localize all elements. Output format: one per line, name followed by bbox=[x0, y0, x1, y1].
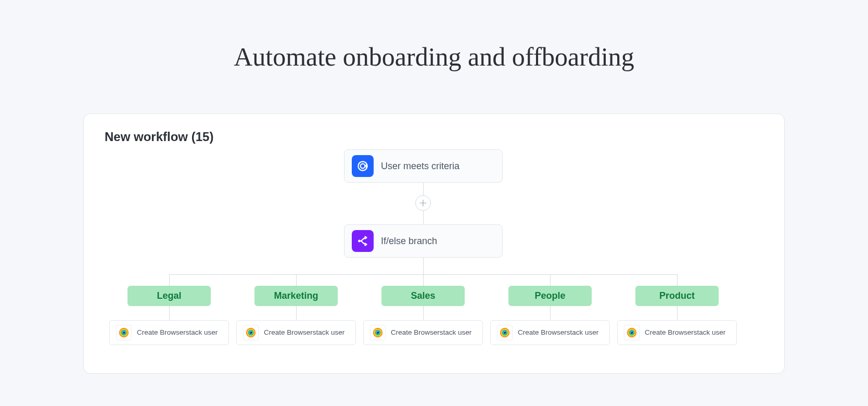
action-label: Create Browserstack user bbox=[264, 328, 344, 337]
connector bbox=[169, 306, 170, 320]
svg-point-1 bbox=[361, 164, 365, 169]
add-step-button[interactable] bbox=[415, 195, 431, 211]
connector bbox=[550, 306, 551, 320]
action-card-people[interactable]: Create Browserstack user bbox=[490, 320, 610, 345]
branch-pill-people[interactable]: People bbox=[508, 286, 592, 306]
connector bbox=[423, 306, 424, 320]
trigger-node[interactable]: User meets criteria bbox=[344, 149, 503, 183]
branch-pill-legal[interactable]: Legal bbox=[127, 286, 211, 306]
branch-pill-marketing[interactable]: Marketing bbox=[254, 286, 338, 306]
connector bbox=[423, 182, 424, 195]
connector bbox=[296, 306, 297, 320]
action-card-product[interactable]: Create Browserstack user bbox=[617, 320, 737, 345]
browserstack-icon bbox=[624, 325, 640, 340]
svg-point-14 bbox=[250, 332, 250, 332]
svg-point-8 bbox=[123, 332, 123, 332]
branch-label: If/else branch bbox=[381, 236, 437, 247]
page-title: Automate onboarding and offboarding bbox=[0, 42, 868, 72]
connector bbox=[677, 274, 678, 286]
browserstack-icon bbox=[116, 325, 132, 340]
branch-pill-product[interactable]: Product bbox=[635, 286, 719, 306]
workflow-canvas: User meets criteria bbox=[105, 149, 763, 368]
criteria-icon bbox=[352, 155, 374, 177]
action-card-marketing[interactable]: Create Browserstack user bbox=[236, 320, 356, 345]
workflow-title: New workflow (15) bbox=[105, 130, 763, 144]
connector bbox=[423, 274, 424, 286]
connector bbox=[423, 257, 424, 274]
connector bbox=[169, 274, 170, 286]
connector bbox=[296, 274, 297, 286]
browserstack-icon bbox=[243, 325, 259, 340]
svg-point-20 bbox=[377, 332, 377, 332]
action-label: Create Browserstack user bbox=[518, 328, 598, 337]
action-card-sales[interactable]: Create Browserstack user bbox=[363, 320, 483, 345]
action-label: Create Browserstack user bbox=[137, 328, 218, 337]
svg-point-32 bbox=[631, 332, 631, 332]
connector bbox=[677, 306, 678, 320]
action-label: Create Browserstack user bbox=[645, 328, 725, 337]
svg-point-2 bbox=[358, 240, 361, 243]
action-card-legal[interactable]: Create Browserstack user bbox=[109, 320, 229, 345]
connector bbox=[550, 274, 551, 286]
trigger-label: User meets criteria bbox=[381, 161, 459, 172]
action-label: Create Browserstack user bbox=[391, 328, 471, 337]
browserstack-icon bbox=[370, 325, 386, 340]
browserstack-icon bbox=[497, 325, 513, 340]
branch-icon bbox=[352, 230, 374, 252]
branch-pill-sales[interactable]: Sales bbox=[381, 286, 465, 306]
workflow-card: New workflow (15) bbox=[83, 113, 785, 374]
svg-point-26 bbox=[504, 332, 504, 332]
connector bbox=[423, 211, 424, 224]
branch-node[interactable]: If/else branch bbox=[344, 224, 503, 258]
